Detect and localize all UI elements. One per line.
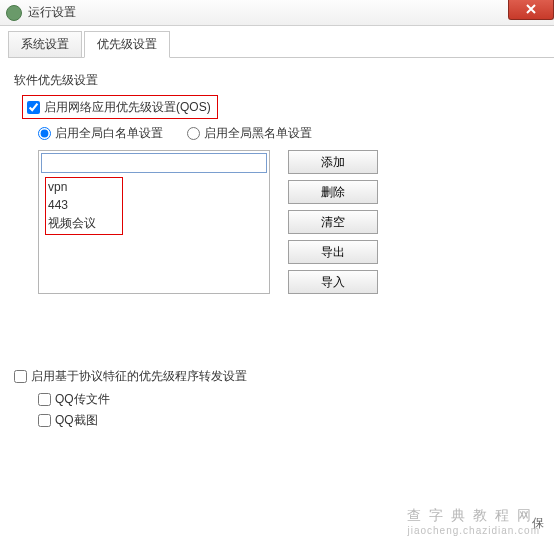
- watermark-text: 查 字 典 教 程 网: [407, 507, 532, 523]
- window-title: 运行设置: [28, 4, 76, 21]
- footer-save-hint: 保: [532, 515, 544, 532]
- list-item[interactable]: vpn: [48, 178, 96, 196]
- import-button[interactable]: 导入: [288, 270, 378, 294]
- app-icon: [6, 5, 22, 21]
- watermark-url: jiaocheng.chazidian.com: [407, 525, 540, 536]
- section-software-priority-title: 软件优先级设置: [14, 72, 540, 89]
- qq-file-checkbox[interactable]: [38, 393, 51, 406]
- qq-screenshot-checkbox[interactable]: [38, 414, 51, 427]
- list-item[interactable]: 视频会议: [48, 214, 96, 232]
- radio-blacklist[interactable]: [187, 127, 200, 140]
- rule-items-highlight: vpn 443 视频会议: [45, 177, 123, 235]
- rule-input[interactable]: [41, 153, 267, 173]
- watermark: 查 字 典 教 程 网 jiaocheng.chazidian.com: [407, 507, 540, 536]
- clear-button[interactable]: 清空: [288, 210, 378, 234]
- enable-protocol-checkbox[interactable]: [14, 370, 27, 383]
- close-button[interactable]: [508, 0, 554, 20]
- close-icon: [525, 3, 537, 15]
- tab-system[interactable]: 系统设置: [8, 31, 82, 58]
- qq-file-label: QQ传文件: [55, 391, 110, 408]
- rule-buttons: 添加 删除 清空 导出 导入: [288, 150, 378, 294]
- enable-qos-label: 启用网络应用优先级设置(QOS): [44, 99, 211, 116]
- radio-whitelist[interactable]: [38, 127, 51, 140]
- list-item[interactable]: 443: [48, 196, 96, 214]
- tab-priority[interactable]: 优先级设置: [84, 31, 170, 58]
- enable-protocol-label: 启用基于协议特征的优先级程序转发设置: [31, 368, 247, 385]
- rule-listbox[interactable]: vpn 443 视频会议: [38, 150, 270, 294]
- add-button[interactable]: 添加: [288, 150, 378, 174]
- radio-blacklist-label: 启用全局黑名单设置: [204, 125, 312, 142]
- rule-items: vpn 443 视频会议: [39, 175, 269, 293]
- qos-highlight-box: 启用网络应用优先级设置(QOS): [22, 95, 218, 119]
- radio-whitelist-label: 启用全局白名单设置: [55, 125, 163, 142]
- list-mode-radios: 启用全局白名单设置 启用全局黑名单设置: [38, 125, 540, 142]
- titlebar: 运行设置: [0, 0, 554, 26]
- export-button[interactable]: 导出: [288, 240, 378, 264]
- tabs: 系统设置 优先级设置: [8, 32, 554, 58]
- content: 软件优先级设置 启用网络应用优先级设置(QOS) 启用全局白名单设置 启用全局黑…: [0, 58, 554, 439]
- delete-button[interactable]: 删除: [288, 180, 378, 204]
- enable-qos-checkbox[interactable]: [27, 101, 40, 114]
- qq-screenshot-label: QQ截图: [55, 412, 98, 429]
